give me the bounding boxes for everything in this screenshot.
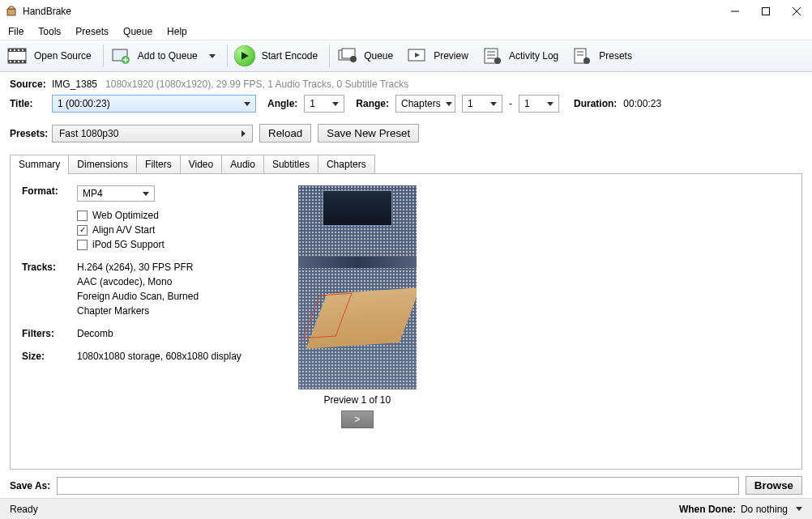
- align-av-label: Align A/V Start: [92, 224, 155, 236]
- tracks-line: Chapter Markers: [77, 305, 199, 317]
- tab-dimensions[interactable]: Dimensions: [68, 155, 137, 174]
- source-row: Source: IMG_1385 1080x1920 (1080x1920), …: [10, 79, 802, 90]
- preview-thumbnail: [298, 185, 417, 389]
- format-select[interactable]: MP4: [77, 185, 155, 202]
- svg-rect-9: [14, 49, 15, 51]
- preview-button[interactable]: Preview: [403, 43, 477, 69]
- close-button[interactable]: [781, 0, 812, 23]
- add-to-queue-button[interactable]: Add to Queue: [107, 43, 224, 69]
- angle-select[interactable]: 1: [304, 95, 344, 113]
- source-name: IMG_1385: [52, 79, 97, 90]
- duration-value: 00:00:23: [623, 98, 661, 109]
- menu-file[interactable]: File: [2, 24, 30, 39]
- add-queue-icon: [110, 45, 131, 66]
- separator: [227, 45, 228, 67]
- svg-point-28: [494, 57, 501, 64]
- chevron-down-icon: [332, 102, 339, 106]
- window-title: HandBrake: [23, 6, 71, 17]
- svg-rect-13: [14, 61, 15, 62]
- open-source-button[interactable]: Open Source: [3, 43, 100, 69]
- saveas-label: Save As:: [10, 480, 50, 491]
- range-dash: -: [509, 98, 512, 109]
- web-optimized-checkbox[interactable]: Web Optimized: [77, 210, 165, 221]
- chevron-down-icon: [143, 192, 149, 196]
- chapter-from-select[interactable]: 1: [462, 95, 502, 113]
- source-label: Source:: [10, 79, 52, 90]
- add-to-queue-label: Add to Queue: [138, 50, 198, 62]
- svg-rect-14: [18, 61, 19, 62]
- format-label: Format:: [22, 185, 77, 250]
- svg-rect-12: [10, 61, 11, 62]
- presets-icon: [571, 45, 592, 66]
- preview-caption: Preview 1 of 10: [323, 394, 391, 406]
- align-av-checkbox[interactable]: Align A/V Start: [77, 224, 165, 236]
- menubar: File Tools Presets Queue Help: [0, 23, 812, 40]
- ipod-checkbox[interactable]: iPod 5G Support: [77, 239, 165, 250]
- chapter-from-value: 1: [468, 98, 473, 109]
- web-optimized-label: Web Optimized: [92, 210, 159, 221]
- chapter-to-select[interactable]: 1: [519, 95, 559, 113]
- chevron-down-icon: [490, 102, 497, 106]
- presets-button[interactable]: Presets: [568, 43, 640, 69]
- save-new-preset-button[interactable]: Save New Preset: [318, 124, 419, 143]
- tab-audio[interactable]: Audio: [221, 155, 264, 174]
- when-done-select[interactable]: Do nothing: [741, 504, 802, 515]
- reload-button[interactable]: Reload: [259, 124, 311, 143]
- title-label: Title:: [10, 98, 52, 109]
- preset-value: Fast 1080p30: [59, 128, 118, 139]
- size-value: 1080x1080 storage, 608x1080 display: [77, 351, 241, 362]
- svg-marker-18: [241, 52, 249, 60]
- tab-summary[interactable]: Summary: [10, 155, 69, 174]
- range-mode-select[interactable]: Chapters: [395, 95, 455, 113]
- range-mode-value: Chapters: [401, 98, 441, 109]
- title-row: Title: 1 (00:00:23) Angle: 1 Range: Chap…: [10, 95, 802, 113]
- menu-tools[interactable]: Tools: [32, 24, 67, 39]
- saveas-input[interactable]: [57, 477, 739, 495]
- chevron-down-icon: [244, 102, 250, 106]
- chevron-down-icon: [446, 102, 452, 106]
- activity-log-label: Activity Log: [509, 50, 558, 62]
- checkbox-checked-icon: [77, 225, 88, 236]
- browse-button[interactable]: Browse: [746, 476, 802, 495]
- svg-rect-15: [22, 61, 24, 62]
- chapter-to-value: 1: [524, 98, 530, 109]
- tab-video[interactable]: Video: [180, 155, 222, 174]
- preview-next-button[interactable]: >: [341, 411, 374, 428]
- svg-rect-10: [18, 49, 19, 51]
- filters-label: Filters:: [22, 328, 77, 339]
- tab-chapters[interactable]: Chapters: [318, 155, 375, 174]
- filters-value: Decomb: [77, 328, 113, 339]
- saveas-row: Save As: Browse: [10, 476, 802, 495]
- chevron-down-icon: [547, 102, 553, 106]
- title-value: 1 (00:00:23): [58, 98, 110, 109]
- tabs: Summary Dimensions Filters Video Audio S…: [10, 154, 802, 173]
- preview-label: Preview: [434, 50, 468, 62]
- ipod-label: iPod 5G Support: [92, 239, 165, 250]
- status-text: Ready: [10, 504, 38, 515]
- preset-picker[interactable]: Fast 1080p30: [52, 125, 253, 143]
- activity-log-button[interactable]: Activity Log: [478, 43, 566, 69]
- format-value: MP4: [83, 188, 103, 199]
- queue-button[interactable]: Queue: [333, 43, 401, 69]
- log-icon: [481, 45, 502, 66]
- size-label: Size:: [22, 351, 77, 362]
- angle-value: 1: [310, 98, 315, 109]
- tab-body: Format: MP4 Web Optimized Align A/V Star…: [10, 173, 802, 470]
- angle-label: Angle:: [267, 98, 297, 109]
- title-select[interactable]: 1 (00:00:23): [52, 95, 256, 113]
- minimize-button[interactable]: [720, 0, 750, 23]
- menu-presets[interactable]: Presets: [69, 24, 115, 39]
- start-encode-label: Start Encode: [262, 50, 318, 62]
- tab-filters[interactable]: Filters: [136, 155, 181, 174]
- film-icon: [6, 45, 28, 66]
- maximize-button[interactable]: [750, 0, 781, 23]
- svg-rect-11: [22, 49, 24, 51]
- start-encode-button[interactable]: Start Encode: [231, 43, 326, 69]
- tab-subtitles[interactable]: Subtitles: [263, 155, 318, 174]
- when-done-label: When Done:: [679, 504, 736, 515]
- chevron-right-icon: [241, 130, 246, 137]
- menu-help[interactable]: Help: [160, 24, 194, 39]
- svg-rect-2: [763, 8, 770, 15]
- menu-queue[interactable]: Queue: [117, 24, 159, 39]
- queue-icon: [336, 45, 357, 66]
